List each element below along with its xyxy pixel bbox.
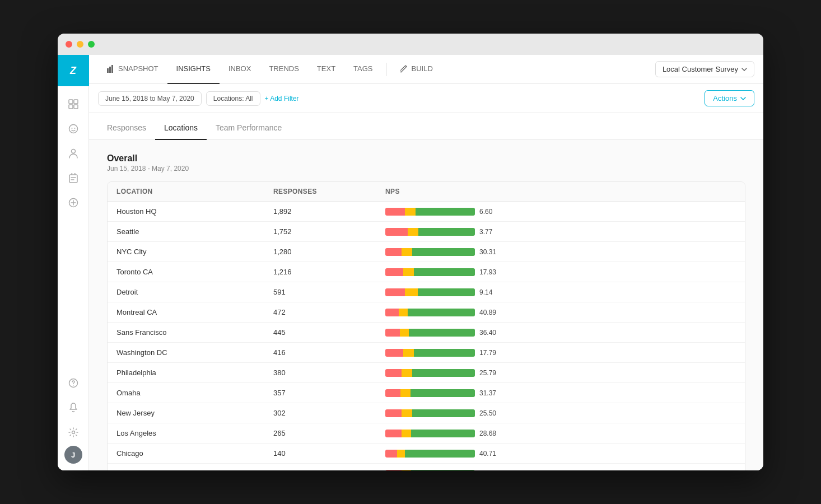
nps-bar bbox=[385, 369, 475, 377]
table-row[interactable]: NYC City 1,280 30.31 bbox=[108, 242, 745, 262]
svg-point-5 bbox=[71, 128, 72, 129]
cell-responses: 113 bbox=[273, 469, 385, 470]
cell-nps: 3.77 bbox=[385, 228, 736, 236]
tab-responses[interactable]: Responses bbox=[98, 123, 155, 140]
cell-location: Los Angeles bbox=[116, 429, 273, 437]
nps-bar bbox=[385, 430, 475, 437]
bar-detractor bbox=[385, 409, 402, 417]
nps-bar bbox=[385, 450, 475, 458]
bar-passive bbox=[403, 268, 414, 276]
cell-responses: 591 bbox=[273, 288, 385, 296]
bar-passive bbox=[402, 248, 412, 256]
table-row[interactable]: Denver 113 26.55 bbox=[108, 464, 745, 470]
nav-item-snapshot[interactable]: SNAPSHOT bbox=[98, 55, 167, 84]
maximize-button[interactable] bbox=[88, 41, 95, 48]
cell-responses: 357 bbox=[273, 389, 385, 397]
cell-nps: 9.14 bbox=[385, 288, 736, 296]
nps-value: 36.40 bbox=[479, 329, 500, 337]
bar-detractor bbox=[385, 369, 402, 377]
chevron-down-icon bbox=[741, 68, 747, 71]
survey-name: Local Customer Survey bbox=[663, 65, 738, 73]
bar-detractor bbox=[385, 349, 403, 357]
cell-nps: 26.55 bbox=[385, 470, 736, 471]
bar-promoter bbox=[405, 450, 475, 458]
tab-locations[interactable]: Locations bbox=[155, 123, 207, 140]
cell-location: New Jersey bbox=[116, 409, 273, 417]
table-row[interactable]: Washington DC 416 17.79 bbox=[108, 343, 745, 363]
nps-bar bbox=[385, 309, 475, 316]
table-row[interactable]: Montreal CA 472 40.89 bbox=[108, 302, 745, 323]
cell-location: Sans Francisco bbox=[116, 328, 273, 337]
cell-nps: 17.93 bbox=[385, 268, 736, 276]
svg-rect-1 bbox=[74, 100, 78, 104]
nav-item-build[interactable]: BUILD bbox=[391, 55, 442, 84]
nav-item-insights[interactable]: INSIGHTS bbox=[167, 55, 220, 84]
nps-value: 17.79 bbox=[479, 349, 500, 357]
tab-team-performance[interactable]: Team Performance bbox=[207, 123, 291, 140]
titlebar bbox=[58, 34, 763, 55]
bar-passive bbox=[397, 450, 405, 458]
sidebar-item-add[interactable] bbox=[62, 192, 85, 214]
close-button[interactable] bbox=[66, 41, 72, 48]
svg-rect-8 bbox=[69, 175, 77, 183]
nps-bar bbox=[385, 349, 475, 357]
bar-passive bbox=[402, 470, 412, 471]
svg-rect-3 bbox=[74, 105, 78, 109]
nps-bar bbox=[385, 288, 475, 296]
table-row[interactable]: Los Angeles 265 28.68 bbox=[108, 423, 745, 444]
table-row[interactable]: Sans Francisco 445 36.40 bbox=[108, 323, 745, 343]
nps-bar bbox=[385, 228, 475, 236]
table-row[interactable]: Seattle 1,752 3.77 bbox=[108, 222, 745, 242]
sidebar: Z bbox=[58, 55, 89, 470]
add-filter-button[interactable]: + Add Filter bbox=[265, 95, 299, 102]
bar-promoter bbox=[408, 309, 475, 316]
table-row[interactable]: New Jersey 302 25.50 bbox=[108, 403, 745, 423]
nav-item-tags[interactable]: TAGS bbox=[344, 55, 381, 84]
nps-bar bbox=[385, 248, 475, 256]
filter-bar: June 15, 2018 to May 7, 2020 Locations: … bbox=[89, 84, 763, 113]
table-row[interactable]: Chicago 140 40.71 bbox=[108, 444, 745, 464]
header-nps: NPS bbox=[385, 188, 736, 195]
avatar[interactable]: J bbox=[64, 446, 82, 464]
nav-item-inbox[interactable]: INBOX bbox=[220, 55, 260, 84]
minimize-button[interactable] bbox=[77, 41, 83, 48]
cell-location: Washington DC bbox=[116, 348, 273, 357]
location-filter[interactable]: Locations: All bbox=[206, 91, 260, 106]
nav-item-text[interactable]: TEXT bbox=[308, 55, 344, 84]
sidebar-item-grid[interactable] bbox=[62, 93, 85, 115]
sidebar-logo[interactable]: Z bbox=[58, 55, 89, 86]
sidebar-item-bell[interactable] bbox=[62, 396, 85, 419]
sidebar-item-settings[interactable] bbox=[62, 421, 85, 444]
table-header: Location Responses NPS bbox=[108, 182, 745, 202]
cell-responses: 302 bbox=[273, 409, 385, 417]
nav-item-trends[interactable]: TRENDS bbox=[260, 55, 307, 84]
bar-passive bbox=[402, 369, 412, 377]
table-row[interactable]: Houston HQ 1,892 6.60 bbox=[108, 202, 745, 222]
section-date: Jun 15, 2018 - May 7, 2020 bbox=[107, 165, 745, 172]
logo-text: Z bbox=[70, 65, 76, 77]
table-row[interactable]: Toronto CA 1,216 17.93 bbox=[108, 262, 745, 282]
bar-detractor bbox=[385, 450, 397, 458]
nps-value: 40.71 bbox=[479, 450, 500, 458]
bar-detractor bbox=[385, 389, 400, 397]
table-row[interactable]: Omaha 357 31.37 bbox=[108, 383, 745, 403]
date-filter[interactable]: June 15, 2018 to May 7, 2020 bbox=[98, 91, 202, 106]
nps-bar bbox=[385, 329, 475, 337]
sidebar-item-help[interactable] bbox=[62, 372, 85, 394]
svg-point-12 bbox=[72, 431, 74, 434]
table-row[interactable]: Philadelphia 380 25.79 bbox=[108, 363, 745, 383]
nps-bar bbox=[385, 389, 475, 397]
nps-value: 25.50 bbox=[479, 409, 500, 417]
bar-promoter bbox=[418, 288, 475, 296]
bar-promoter bbox=[414, 349, 475, 357]
survey-selector[interactable]: Local Customer Survey bbox=[655, 61, 754, 77]
actions-button[interactable]: Actions bbox=[705, 90, 754, 106]
sidebar-item-clipboard[interactable] bbox=[62, 167, 85, 189]
svg-rect-15 bbox=[111, 65, 113, 73]
svg-rect-0 bbox=[69, 100, 73, 104]
sidebar-item-face[interactable] bbox=[62, 118, 85, 140]
bar-promoter bbox=[414, 268, 475, 276]
table-row[interactable]: Detroit 591 9.14 bbox=[108, 282, 745, 302]
cell-location: Houston HQ bbox=[116, 207, 273, 216]
sidebar-item-person[interactable] bbox=[62, 142, 85, 165]
